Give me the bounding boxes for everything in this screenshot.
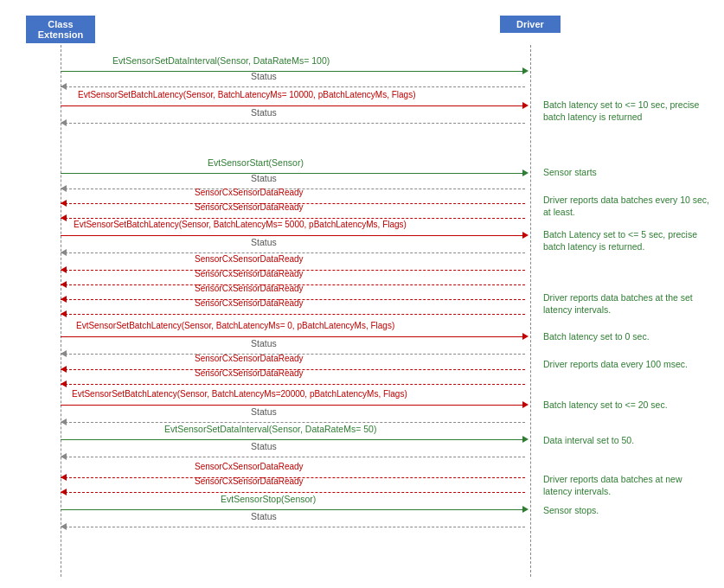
arrow-7-label: SensorCxSensorDataReady bbox=[195, 188, 304, 197]
arrow-15-label: EvtSensorSetBatchLatency(Sensor, BatchLa… bbox=[76, 321, 394, 330]
arrow-4: Status bbox=[61, 119, 531, 126]
arrow-19: EvtSensorSetBatchLatency(Sensor, BatchLa… bbox=[61, 401, 531, 408]
arrow-14: SensorCxSensorDataReady bbox=[61, 310, 531, 317]
arrow-26-label: Status bbox=[251, 511, 277, 521]
arrow-19-label: EvtSensorSetBatchLatency(Sensor, BatchLa… bbox=[72, 389, 407, 399]
arrow-18-label: SensorCxSensorDataReady bbox=[195, 368, 304, 378]
arrow-9-label: EvtSensorSetBatchLatency(Sensor, BatchLa… bbox=[74, 220, 407, 229]
arrow-21: EvtSensorSetDataInterval(Sensor, DataRat… bbox=[61, 436, 531, 443]
arrow-3-label: EvtSensorSetBatchLatency(Sensor, BatchLa… bbox=[78, 90, 416, 99]
arrow-1: EvtSensorSetDataInterval(Sensor, DataRat… bbox=[61, 67, 531, 74]
arrow-5-label: EvtSensorStart(Sensor) bbox=[208, 157, 304, 168]
arrow-8-label: SensorCxSensorDataReady bbox=[195, 202, 304, 212]
annotation-8: Batch latency set to <= 20 sec. bbox=[543, 399, 712, 412]
sequence-diagram: Class Extension Driver EvtSensorSetDataI… bbox=[0, 0, 724, 588]
arrow-21-label: EvtSensorSetDataInterval(Sensor, DataRat… bbox=[164, 424, 376, 434]
arrow-6-label: Status bbox=[251, 173, 277, 183]
annotation-9: Data interval set to 50. bbox=[543, 435, 712, 447]
annotation-2: Sensor starts bbox=[543, 167, 712, 179]
annotation-4: Batch Latency set to <= 5 sec, precise b… bbox=[543, 229, 712, 252]
class-ext-label1: Class bbox=[48, 19, 73, 29]
lifeline-class-extension: Class Extension bbox=[26, 16, 95, 43]
arrow-9: EvtSensorSetBatchLatency(Sensor, BatchLa… bbox=[61, 232, 531, 239]
arrow-5: EvtSensorStart(Sensor) bbox=[61, 169, 531, 176]
arrow-20-label: Status bbox=[251, 406, 277, 417]
annotation-7: Driver reports data every 100 msec. bbox=[543, 359, 712, 371]
arrow-22-label: Status bbox=[251, 441, 277, 451]
arrow-24-label: SensorCxSensorDataReady bbox=[195, 476, 304, 486]
arrow-10-label: Status bbox=[251, 237, 277, 247]
arrow-25-label: EvtSensorStop(Sensor) bbox=[221, 494, 316, 504]
annotation-5: Driver reports data batches at the set l… bbox=[543, 292, 712, 316]
arrow-4-label: Status bbox=[251, 107, 277, 118]
arrow-1-label: EvtSensorSetDataInterval(Sensor, DataRat… bbox=[112, 55, 330, 66]
arrow-17-label: SensorCxSensorDataReady bbox=[195, 354, 304, 363]
driver-label: Driver bbox=[516, 19, 544, 29]
arrow-16-label: Status bbox=[251, 338, 277, 348]
arrow-23-label: SensorCxSensorDataReady bbox=[195, 462, 304, 471]
arrow-14-label: SensorCxSensorDataReady bbox=[195, 298, 304, 308]
arrow-11-label: SensorCxSensorDataReady bbox=[195, 254, 304, 264]
arrow-2: Status bbox=[61, 83, 531, 90]
arrow-22: Status bbox=[61, 453, 531, 460]
annotation-6: Batch latency set to 0 sec. bbox=[543, 331, 712, 343]
annotation-11: Sensor stops. bbox=[543, 505, 712, 517]
annotation-1: Batch latency set to <= 10 sec, precise … bbox=[543, 99, 712, 123]
arrow-25: EvtSensorStop(Sensor) bbox=[61, 506, 531, 513]
arrow-2-label: Status bbox=[251, 71, 277, 81]
annotation-3: Driver reports data batches every 10 sec… bbox=[543, 195, 712, 218]
arrow-18: SensorCxSensorDataReady bbox=[61, 380, 531, 387]
arrow-3: EvtSensorSetBatchLatency(Sensor, BatchLa… bbox=[61, 102, 531, 109]
class-ext-label2: Extension bbox=[38, 29, 84, 40]
arrow-15: EvtSensorSetBatchLatency(Sensor, BatchLa… bbox=[61, 333, 531, 340]
arrow-12-label: SensorCxSensorDataReady bbox=[195, 269, 304, 278]
arrow-26: Status bbox=[61, 523, 531, 530]
lifeline-driver: Driver bbox=[500, 16, 561, 33]
arrow-13-label: SensorCxSensorDataReady bbox=[195, 284, 304, 293]
annotation-10: Driver reports data batches at new laten… bbox=[543, 474, 712, 497]
